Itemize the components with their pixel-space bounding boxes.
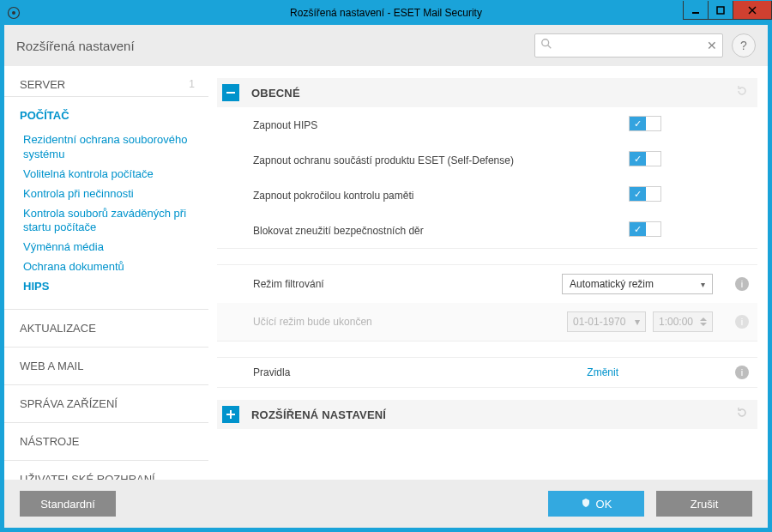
help-button[interactable]: ?: [732, 33, 756, 57]
row-label: Zapnout HIPS: [253, 119, 528, 131]
svg-point-1: [12, 11, 15, 15]
svg-rect-3: [717, 7, 724, 14]
section-title: OBECNÉ: [251, 87, 300, 100]
toggle-enable-hips[interactable]: [629, 116, 661, 131]
content: OBECNÉ Zapnout HIPS Zapnout ochranu souč…: [208, 66, 768, 480]
section-advanced-header[interactable]: ROZŠÍŘENÁ NASTAVENÍ: [217, 400, 757, 429]
sidebar-cat-update[interactable]: AKTUALIZACE: [4, 310, 208, 348]
search-box[interactable]: ✕: [534, 33, 723, 57]
sidebar-item-docprotect[interactable]: Ochrana dokumentů: [20, 257, 208, 277]
row-filter-mode: Režim filtrování Automatický režim ▾ i: [217, 264, 757, 303]
section-general-rows: Zapnout HIPS Zapnout ochranu součástí pr…: [217, 107, 757, 388]
ok-button[interactable]: OK: [548, 491, 644, 517]
maximize-button[interactable]: [708, 1, 733, 20]
chevron-down-icon: ▾: [635, 316, 640, 328]
learning-end-time: 1:00:00: [653, 311, 713, 332]
info-icon[interactable]: i: [735, 366, 749, 379]
toggle-block-exploit[interactable]: [629, 221, 661, 237]
svg-rect-2: [692, 12, 699, 14]
sidebar-item-removable[interactable]: Výměnná média: [20, 238, 208, 257]
chevron-down-icon: ▾: [701, 280, 705, 289]
toggle-self-defense[interactable]: [629, 151, 661, 166]
window-buttons: [683, 1, 771, 25]
sidebar-cat-webmail[interactable]: WEB A MAIL: [4, 348, 208, 385]
revert-icon[interactable]: [735, 406, 749, 423]
cancel-button[interactable]: Zrušit: [656, 491, 752, 517]
search-icon: [540, 38, 552, 53]
learning-end-date: 01-01-1970 ▾: [567, 311, 646, 332]
sidebar-badge: 1: [189, 78, 195, 90]
row-rules: Pravidla Změnit i: [217, 357, 757, 388]
main-body: SERVER 1 POČÍTAČ Rezidentní ochrana soub…: [4, 66, 768, 480]
clear-search-icon[interactable]: ✕: [707, 39, 717, 52]
sidebar-cat-tools[interactable]: NÁSTROJE: [4, 423, 208, 461]
minimize-button[interactable]: [683, 1, 709, 20]
sidebar-item-idle[interactable]: Kontrola při nečinnosti: [20, 184, 208, 204]
sidebar-item-label: POČÍTAČ: [20, 109, 69, 122]
sidebar-sublist: Rezidentní ochrana souborového systému V…: [4, 127, 208, 310]
default-button[interactable]: Standardní: [20, 491, 116, 517]
window-title: Rozšířená nastavení - ESET Mail Security: [290, 7, 482, 19]
sidebar-item-ondemand[interactable]: Volitelná kontrola počítače: [20, 165, 208, 184]
window: Rozšířená nastavení - ESET Mail Security…: [0, 0, 772, 532]
sidebar-cat-computer[interactable]: POČÍTAČ: [4, 97, 208, 127]
expand-icon[interactable]: [222, 406, 239, 423]
close-button[interactable]: [733, 1, 772, 20]
svg-point-6: [542, 39, 549, 46]
collapse-icon[interactable]: [222, 84, 239, 101]
toggle-adv-memory[interactable]: [629, 186, 661, 202]
row-label: Zapnout pokročilou kontrolu paměti: [253, 190, 528, 202]
search-input[interactable]: [558, 39, 702, 51]
spinner-icon: [700, 317, 707, 326]
row-label: Režim filtrování: [253, 278, 528, 290]
svg-line-7: [548, 45, 552, 49]
sidebar-item-resident[interactable]: Rezidentní ochrana souborového systému: [20, 130, 208, 165]
sidebar-cat-server[interactable]: SERVER 1: [4, 66, 208, 97]
footer: Standardní OK Zrušit: [4, 480, 768, 528]
sidebar-cat-device[interactable]: SPRÁVA ZAŘÍZENÍ: [4, 385, 208, 423]
row-learning-end: Učící režim bude ukončen 01-01-1970 ▾ 1:…: [217, 303, 757, 342]
row-block-exploit: Blokovat zneužití bezpečnostních děr: [217, 213, 757, 249]
row-label: Pravidla: [253, 366, 528, 378]
sidebar-item-hips[interactable]: HIPS: [20, 277, 208, 297]
sidebar-item-startup[interactable]: Kontrola souborů zaváděných při startu p…: [20, 204, 208, 239]
row-adv-memory: Zapnout pokročilou kontrolu paměti: [217, 178, 757, 213]
info-icon[interactable]: i: [735, 277, 749, 291]
row-label: Učící režim bude ukončen: [253, 316, 528, 328]
row-enable-hips: Zapnout HIPS: [217, 107, 757, 142]
shield-icon: [581, 498, 591, 511]
page-title: Rozšířená nastavení: [16, 39, 135, 53]
app-icon: [4, 3, 23, 22]
info-icon: i: [735, 315, 749, 329]
row-label: Blokovat zneužití bezpečnostních děr: [253, 225, 528, 237]
titlebar: Rozšířená nastavení - ESET Mail Security: [1, 1, 771, 25]
sidebar: SERVER 1 POČÍTAČ Rezidentní ochrana soub…: [4, 66, 208, 480]
section-general-header[interactable]: OBECNÉ: [217, 78, 757, 107]
row-self-defense: Zapnout ochranu součástí produktu ESET (…: [217, 142, 757, 178]
window-body: Rozšířená nastavení ✕ ? SERVER 1 POČÍTAČ…: [1, 25, 771, 531]
sidebar-item-label: SERVER: [20, 78, 65, 91]
row-label: Zapnout ochranu součástí produktu ESET (…: [253, 154, 528, 166]
section-title: ROZŠÍŘENÁ NASTAVENÍ: [251, 408, 386, 421]
rules-edit-link[interactable]: Změnit: [587, 366, 618, 378]
revert-icon[interactable]: [735, 84, 749, 101]
select-value: Automatický režim: [570, 278, 654, 290]
toolbar: Rozšířená nastavení ✕ ?: [4, 25, 768, 66]
filter-mode-select[interactable]: Automatický režim ▾: [562, 274, 713, 294]
